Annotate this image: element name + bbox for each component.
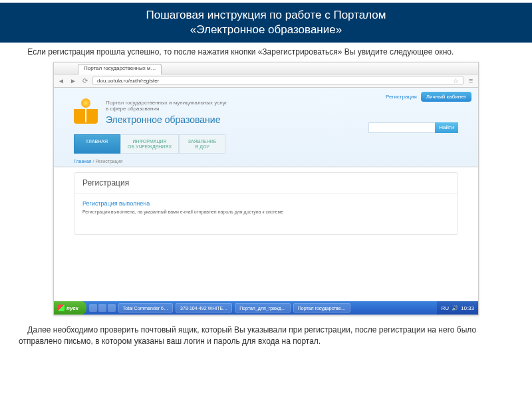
content-card: Регистрация Регистрация выполнена Регист… [74, 172, 458, 235]
back-icon[interactable]: ◄ [57, 76, 66, 85]
ql-icon[interactable] [89, 304, 97, 312]
search-box: Найти [368, 122, 458, 133]
nav-tab-info[interactable]: ИНФОРМАЦИЯ ОБ УЧРЕЖДЕНИЯХ [120, 134, 179, 154]
cabinet-button[interactable]: Личный кабинет [421, 92, 471, 102]
browser-titlebar: Портал государственных м… [54, 63, 478, 74]
portal-page: Регистрация Личный кабинет Портал госуда… [54, 88, 478, 301]
slide-title-1: Пошаговая инструкция по работе с Портало… [146, 9, 386, 21]
url-text: dou.uotula.ru/auth/register [97, 78, 159, 84]
nav-tab-label: В ДОУ [186, 144, 218, 150]
menu-icon[interactable]: ≡ [466, 76, 475, 85]
portal-logo [74, 100, 98, 124]
nav-tab-label: ИНФОРМАЦИЯ [128, 139, 172, 144]
breadcrumb-current: Регистрация [96, 159, 123, 164]
task-item[interactable]: Total Commander 6… [118, 303, 173, 313]
success-heading: Регистрация выполнена [82, 200, 450, 207]
breadcrumb: Главная / Регистрация [54, 156, 478, 167]
breadcrumb-home[interactable]: Главная [74, 159, 92, 164]
browser-screenshot: Портал государственных м… ◄ ► ⟳ dou.uotu… [53, 62, 479, 315]
portal-subtitle: Портал государственных и муниципальных у… [106, 100, 227, 112]
system-tray[interactable]: RU 🔊 10:33 [437, 301, 478, 315]
slide-title-bar: Пошаговая инструкция по работе с Портало… [0, 3, 532, 43]
nav-tab-label: ОБ УЧРЕЖДЕНИЯХ [128, 144, 172, 150]
slide-title-2: «Электронное образование» [190, 23, 342, 36]
task-item[interactable]: Портал_для_гражд… [235, 303, 291, 313]
nav-tab-main[interactable]: ГЛАВНАЯ [74, 134, 120, 154]
quick-launch [89, 304, 116, 312]
nav-tab-label: ГЛАВНАЯ [81, 139, 113, 144]
start-label: пуск [66, 305, 78, 311]
browser-toolbar: ◄ ► ⟳ dou.uotula.ru/auth/register ☆ ≡ [54, 74, 478, 88]
nav-tab-label: ЗАЯВЛЕНИЕ [186, 139, 218, 144]
top-right-links: Регистрация Личный кабинет [386, 92, 471, 102]
tray-time: 10:33 [461, 305, 474, 311]
ql-icon[interactable] [98, 304, 106, 312]
task-item[interactable]: 378-104-492 WHITE… [176, 303, 232, 313]
forward-icon[interactable]: ► [68, 76, 78, 85]
search-input[interactable] [368, 122, 435, 133]
url-bar[interactable]: dou.uotula.ru/auth/register ☆ [92, 76, 464, 85]
register-link[interactable]: Регистрация [386, 94, 417, 100]
intro-text: Если регистрация прошла успешно, то посл… [0, 40, 532, 62]
browser-tab[interactable]: Портал государственных м… [78, 64, 162, 74]
windows-taskbar: пуск Total Commander 6… 378-104-492 WHIT… [54, 301, 478, 315]
outro-text: Далее необходимо проверить почтовый ящик… [0, 315, 532, 347]
reload-icon[interactable]: ⟳ [80, 76, 90, 85]
tray-lang[interactable]: RU [441, 305, 449, 311]
bookmark-star-icon[interactable]: ☆ [453, 77, 459, 84]
tray-icon[interactable]: 🔊 [452, 305, 458, 311]
browser-tab-title: Портал государственных м… [84, 65, 156, 71]
portal-title: Электронное образование [106, 114, 227, 125]
search-button[interactable]: Найти [435, 122, 458, 133]
card-title: Регистрация [74, 173, 458, 194]
start-button[interactable]: пуск [54, 301, 86, 315]
success-text: Регистрация выполнена, на указанный вами… [82, 209, 450, 214]
nav-tab-application[interactable]: ЗАЯВЛЕНИЕ В ДОУ [179, 134, 225, 154]
portal-nav: ГЛАВНАЯ ИНФОРМАЦИЯ ОБ УЧРЕЖДЕНИЯХ ЗАЯВЛЕ… [54, 134, 478, 154]
task-item[interactable]: Портал государстве… [293, 303, 350, 313]
ql-icon[interactable] [108, 304, 116, 312]
